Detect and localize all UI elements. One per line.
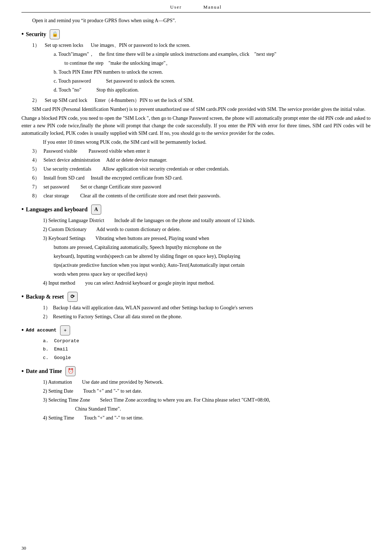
backup-item-2: 2） Resetting to Factory Settings, Clear …	[43, 313, 371, 320]
lang-item-4: 4) Input method you can select Android k…	[43, 279, 371, 287]
lang-item-3-cont4: words when press space key or specified …	[54, 270, 371, 278]
page-header: User Manual	[21, 4, 371, 13]
security-item-7: 7） set password Set or change Certificat…	[32, 183, 371, 191]
backup-section: • Backup & reset ⟳ 1） Backup I data will…	[21, 292, 371, 320]
datetime-bullet: •	[21, 367, 24, 376]
lang-item-3-cont2: keyboard), Inputting words(speech can be…	[54, 252, 371, 260]
backup-items: 1） Backup I data will application data, …	[43, 304, 371, 320]
security-item-1: 1） Set up screen locks Use images、PIN or…	[32, 41, 371, 94]
datetime-item-1: 1) Automation Use date and time provided…	[43, 378, 371, 386]
security-item-1-sub: a. Touch"images"， the first time there w…	[54, 50, 371, 94]
datetime-item-4: 4) Setting Time Touch "+" and "-" to set…	[43, 414, 371, 422]
page-number: 30	[21, 545, 26, 552]
add-account-icon: +	[60, 325, 70, 335]
languages-title: • Languages and keyboard A	[21, 205, 371, 215]
add-account-items: a. Corporate b. Email c. Google	[43, 338, 371, 362]
lang-item-3-head: 3) Keyboard Settings Vibrating when butt…	[43, 235, 371, 242]
datetime-label: Date and Time	[26, 367, 62, 375]
security-item-1-label: Set up screen locks	[45, 43, 83, 48]
security-item-2-desc: Enter（4-8numbers）PIN to set the lock of …	[95, 98, 193, 103]
datetime-items: 1) Automation Use date and time provided…	[43, 378, 371, 422]
security-sub-a: a. Touch"images"， the first time there w…	[54, 50, 371, 58]
security-item-2-header: 2） Set up SIM card lock Enter（4-8numbers…	[32, 97, 371, 104]
security-item-1-number: 1）	[32, 43, 40, 48]
security-item-3: 3） Password visible Password visible whe…	[32, 147, 371, 155]
intro-line: Open it and remind you “it produce GPRS …	[32, 17, 371, 24]
security-title: • Security 🔒	[21, 29, 371, 39]
security-item-8: 8） clear storage Clear all the contents …	[32, 192, 371, 200]
security-sub-c: c. Touch password Set password to unlock…	[54, 77, 371, 85]
backup-item-1: 1） Backup I data will application data, …	[43, 304, 371, 311]
account-item-a: a. Corporate	[43, 338, 371, 345]
security-section: • Security 🔒 1） Set up screen locks Use …	[21, 29, 371, 200]
security-item-2-label: Set up SIM card lock	[45, 98, 87, 103]
security-sub-b: b. Touch PIN Enter PIN numbers to unlock…	[54, 68, 371, 76]
security-bullet: •	[21, 29, 24, 39]
security-sub-a2: to continue the step "make the unlocking…	[64, 59, 371, 67]
account-item-b: b. Email	[43, 346, 371, 353]
account-item-c: c. Google	[43, 354, 371, 362]
header-right: Manual	[203, 4, 222, 11]
languages-section: • Languages and keyboard A 1) Selecting …	[21, 205, 371, 287]
datetime-title: • Date and Time ⏰	[21, 366, 371, 376]
security-item-2: 2） Set up SIM card lock Enter（4-8numbers…	[32, 97, 371, 104]
security-item-6: 6） Install from SD card Install the encr…	[32, 174, 371, 182]
security-item-4: 4） Select device administration Add or d…	[32, 156, 371, 164]
backup-bullet: •	[21, 292, 24, 301]
security-label: Security	[26, 30, 46, 39]
security-items-3-8: 3） Password visible Password visible whe…	[32, 147, 371, 200]
backup-icon: ⟳	[68, 292, 78, 302]
security-sub-d: d. Touch "no" Stop this application.	[54, 86, 371, 94]
security-icon: 🔒	[50, 29, 60, 39]
datetime-item-2: 2) Setting Date Touch "+" and "-" to set…	[43, 387, 371, 395]
lang-item-1: 1) Selecting Language District Include a…	[43, 217, 371, 224]
lang-item-2: 2) Custom Dictionary Add words to custom…	[43, 226, 371, 233]
change-para: Change a blocked PIN code, you need to o…	[21, 114, 371, 137]
backup-title: • Backup & reset ⟳	[21, 292, 371, 302]
languages-bullet: •	[21, 205, 24, 214]
datetime-section: • Date and Time ⏰ 1) Automation Use date…	[21, 366, 371, 422]
security-item-2-number: 2）	[32, 98, 40, 103]
add-account-title: • Add account +	[21, 325, 371, 335]
languages-label: Languages and keyboard	[26, 205, 88, 214]
header-left: User	[170, 4, 182, 11]
security-item-1-header: 1） Set up screen locks Use images、PIN or…	[32, 41, 371, 49]
languages-icon: A	[91, 205, 101, 215]
add-account-section: • Add account + a. Corporate b. Email c.…	[21, 325, 371, 362]
security-item-1-desc: Use images、PIN or password to lock the s…	[91, 43, 190, 48]
languages-items: 1) Selecting Language District Include a…	[43, 217, 371, 287]
add-account-bullet: •	[21, 325, 24, 335]
lang-item-3-cont1: buttons are pressed, Capitalizing automa…	[54, 244, 371, 251]
datetime-item-3-head: 3) Selecting Time Zone Select Time Zone …	[43, 396, 371, 404]
security-item-5: 5） Use security credentials Allow applic…	[32, 165, 371, 173]
datetime-item-3-cont: China Standard Time".	[75, 405, 371, 413]
add-account-label: Add account	[26, 327, 57, 334]
datetime-icon: ⏰	[65, 366, 75, 376]
puk-line: If you enter 10 times wrong PUK code, th…	[43, 138, 371, 146]
lang-item-3-cont3: tips(activate predictive function when y…	[54, 261, 371, 269]
backup-label: Backup & reset	[26, 293, 64, 301]
sim-para1: SIM card PIN (Personal Identification Nu…	[32, 105, 371, 113]
